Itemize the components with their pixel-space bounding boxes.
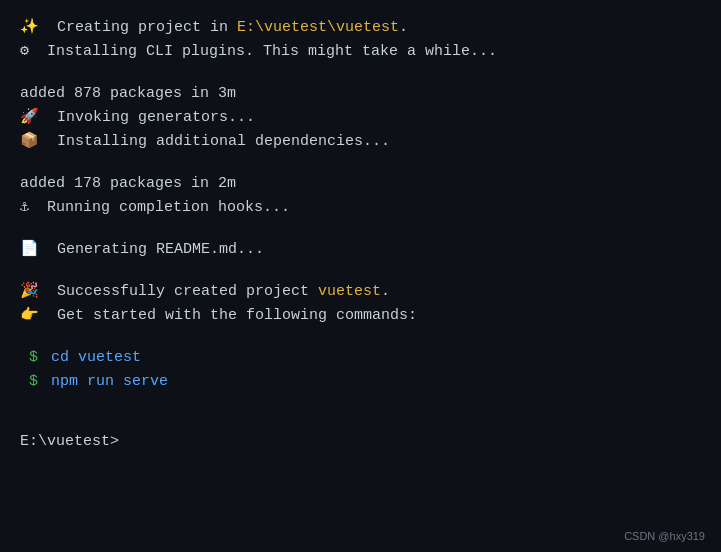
gap-7 — [20, 412, 701, 430]
line-text: added 878 packages in 3m — [20, 82, 236, 106]
gap-5 — [20, 328, 701, 346]
line-text: Creating project in — [39, 16, 237, 40]
path-highlight: E:\vuetest\vuetest — [237, 16, 399, 40]
document-icon: 📄 — [20, 238, 39, 262]
rocket-icon: 🚀 — [20, 106, 39, 130]
line-text: Generating README.md... — [39, 238, 264, 262]
watermark: CSDN @hxy319 — [624, 530, 705, 542]
line-success: 🎉 Successfully created project vuetest. — [20, 280, 701, 304]
gap-6 — [20, 394, 701, 412]
gap-2 — [20, 154, 701, 172]
line-installing-deps: 📦 Installing additional dependencies... — [20, 130, 701, 154]
pointing-icon: 👉 — [20, 304, 39, 328]
cmd-npm: npm run serve — [42, 370, 168, 394]
line-generating-readme: 📄 Generating README.md... — [20, 238, 701, 262]
line-added-878: added 878 packages in 3m — [20, 82, 701, 106]
line-invoking-generators: 🚀 Invoking generators... — [20, 106, 701, 130]
line-creating-project: ✨ Creating project in E:\vuetest\vuetest… — [20, 16, 701, 40]
line-prompt-npm: $ npm run serve — [20, 370, 701, 394]
terminal-window: ✨ Creating project in E:\vuetest\vuetest… — [0, 0, 721, 552]
line-current-path: E:\vuetest> — [20, 430, 701, 454]
project-name-highlight: vuetest — [318, 280, 381, 304]
line-prompt-cd: $ cd vuetest — [20, 346, 701, 370]
line-text: Successfully created project — [39, 280, 318, 304]
line-get-started: 👉 Get started with the following command… — [20, 304, 701, 328]
line-completion-hooks: ⚓ Running completion hooks... — [20, 196, 701, 220]
gear-icon: ⚙️ — [20, 40, 29, 64]
line-text: Installing additional dependencies... — [39, 130, 390, 154]
line-period: . — [381, 280, 390, 304]
gap-4 — [20, 262, 701, 280]
line-text: Invoking generators... — [39, 106, 255, 130]
line-installing-cli: ⚙️ Installing CLI plugins. This might ta… — [20, 40, 701, 64]
package-icon: 📦 — [20, 130, 39, 154]
line-text: Running completion hooks... — [29, 196, 290, 220]
sparkle-icon: ✨ — [20, 16, 39, 40]
gap-1 — [20, 64, 701, 82]
line-text: Installing CLI plugins. This might take … — [29, 40, 497, 64]
line-text: added 178 packages in 2m — [20, 172, 236, 196]
line-added-178: added 178 packages in 2m — [20, 172, 701, 196]
line-period: . — [399, 16, 408, 40]
line-text: Get started with the following commands: — [39, 304, 417, 328]
anchor-icon: ⚓ — [20, 196, 29, 220]
gap-3 — [20, 220, 701, 238]
path-text: E:\vuetest> — [20, 430, 119, 454]
cmd-cd: cd vuetest — [42, 346, 141, 370]
party-icon: 🎉 — [20, 280, 39, 304]
dollar-sign-2: $ — [20, 370, 38, 394]
dollar-sign-1: $ — [20, 346, 38, 370]
